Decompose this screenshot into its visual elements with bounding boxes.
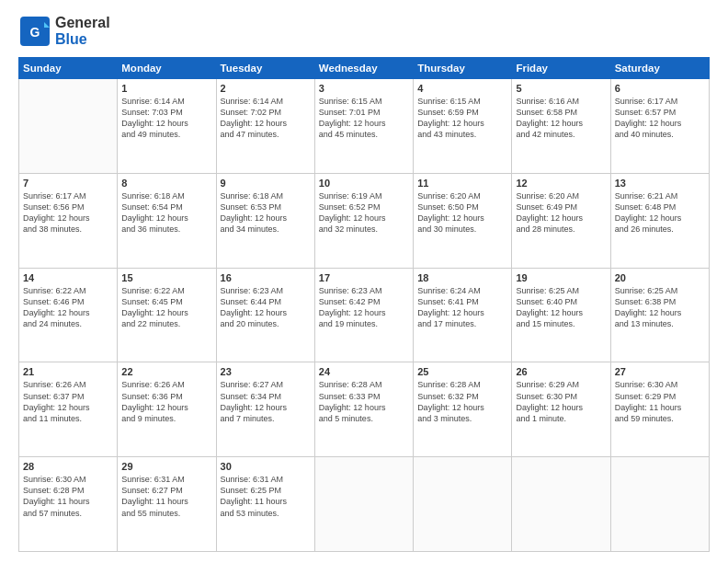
day-number: 3	[319, 83, 409, 94]
day-info: Sunrise: 6:18 AM Sunset: 6:53 PM Dayligh…	[221, 190, 311, 236]
calendar-cell	[314, 457, 413, 552]
day-number: 19	[516, 272, 606, 283]
calendar-cell: 29Sunrise: 6:31 AM Sunset: 6:27 PM Dayli…	[118, 457, 216, 552]
logo-general-text: General	[55, 15, 110, 30]
day-info: Sunrise: 6:15 AM Sunset: 6:59 PM Dayligh…	[417, 96, 507, 141]
calendar-cell: 13Sunrise: 6:21 AM Sunset: 6:48 PM Dayli…	[610, 173, 709, 268]
calendar-header-row: SundayMondayTuesdayWednesdayThursdayFrid…	[19, 58, 710, 79]
day-info: Sunrise: 6:29 AM Sunset: 6:30 PM Dayligh…	[516, 379, 606, 424]
calendar-cell	[414, 457, 512, 552]
day-info: Sunrise: 6:24 AM Sunset: 6:41 PM Dayligh…	[417, 285, 507, 330]
calendar-table: SundayMondayTuesdayWednesdayThursdayFrid…	[18, 57, 710, 552]
day-info: Sunrise: 6:16 AM Sunset: 6:58 PM Dayligh…	[516, 96, 606, 141]
calendar-cell: 1Sunrise: 6:14 AM Sunset: 7:03 PM Daylig…	[118, 79, 216, 174]
calendar-cell: 20Sunrise: 6:25 AM Sunset: 6:38 PM Dayli…	[610, 268, 709, 362]
calendar-cell: 25Sunrise: 6:28 AM Sunset: 6:32 PM Dayli…	[414, 362, 512, 457]
calendar-cell: 21Sunrise: 6:26 AM Sunset: 6:37 PM Dayli…	[19, 362, 118, 457]
calendar-cell: 8Sunrise: 6:18 AM Sunset: 6:54 PM Daylig…	[118, 173, 216, 268]
calendar-cell: 28Sunrise: 6:30 AM Sunset: 6:28 PM Dayli…	[19, 457, 118, 552]
calendar-cell: 6Sunrise: 6:17 AM Sunset: 6:57 PM Daylig…	[610, 79, 709, 174]
logo: G General Blue	[18, 15, 110, 48]
day-number: 12	[516, 178, 606, 189]
day-info: Sunrise: 6:20 AM Sunset: 6:50 PM Dayligh…	[417, 190, 507, 236]
day-info: Sunrise: 6:23 AM Sunset: 6:44 PM Dayligh…	[221, 285, 311, 330]
day-info: Sunrise: 6:15 AM Sunset: 7:01 PM Dayligh…	[319, 96, 409, 141]
day-info: Sunrise: 6:20 AM Sunset: 6:49 PM Dayligh…	[516, 190, 606, 236]
day-number: 15	[121, 272, 211, 283]
calendar-cell: 14Sunrise: 6:22 AM Sunset: 6:46 PM Dayli…	[19, 268, 118, 362]
day-info: Sunrise: 6:31 AM Sunset: 6:27 PM Dayligh…	[121, 474, 211, 519]
day-number: 5	[516, 83, 606, 94]
logo-blue-text: Blue	[55, 31, 87, 47]
day-info: Sunrise: 6:21 AM Sunset: 6:48 PM Dayligh…	[615, 190, 705, 236]
calendar-cell: 4Sunrise: 6:15 AM Sunset: 6:59 PM Daylig…	[414, 79, 512, 174]
calendar-cell	[19, 79, 118, 174]
calendar-cell: 15Sunrise: 6:22 AM Sunset: 6:45 PM Dayli…	[118, 268, 216, 362]
day-number: 26	[516, 366, 606, 377]
day-number: 27	[615, 366, 705, 377]
day-info: Sunrise: 6:28 AM Sunset: 6:32 PM Dayligh…	[417, 379, 507, 424]
day-number: 24	[319, 366, 409, 377]
day-number: 29	[121, 461, 211, 472]
calendar-cell: 24Sunrise: 6:28 AM Sunset: 6:33 PM Dayli…	[314, 362, 413, 457]
calendar-cell: 2Sunrise: 6:14 AM Sunset: 7:02 PM Daylig…	[216, 79, 314, 174]
calendar-cell: 7Sunrise: 6:17 AM Sunset: 6:56 PM Daylig…	[19, 173, 118, 268]
day-info: Sunrise: 6:30 AM Sunset: 6:29 PM Dayligh…	[615, 379, 705, 424]
calendar-week-row: 1Sunrise: 6:14 AM Sunset: 7:03 PM Daylig…	[19, 79, 710, 174]
calendar-cell: 23Sunrise: 6:27 AM Sunset: 6:34 PM Dayli…	[216, 362, 314, 457]
day-number: 21	[23, 366, 113, 377]
day-info: Sunrise: 6:30 AM Sunset: 6:28 PM Dayligh…	[23, 474, 113, 519]
calendar-cell	[610, 457, 709, 552]
svg-text:G: G	[30, 25, 40, 40]
calendar-cell: 30Sunrise: 6:31 AM Sunset: 6:25 PM Dayli…	[216, 457, 314, 552]
day-number: 14	[23, 272, 113, 283]
calendar-cell: 16Sunrise: 6:23 AM Sunset: 6:44 PM Dayli…	[216, 268, 314, 362]
calendar-cell: 3Sunrise: 6:15 AM Sunset: 7:01 PM Daylig…	[314, 79, 413, 174]
day-number: 6	[615, 83, 705, 94]
calendar-cell: 17Sunrise: 6:23 AM Sunset: 6:42 PM Dayli…	[314, 268, 413, 362]
day-number: 1	[121, 83, 211, 94]
calendar-cell: 18Sunrise: 6:24 AM Sunset: 6:41 PM Dayli…	[414, 268, 512, 362]
day-number: 17	[319, 272, 409, 283]
day-number: 25	[417, 366, 507, 377]
calendar-cell: 11Sunrise: 6:20 AM Sunset: 6:50 PM Dayli…	[414, 173, 512, 268]
day-info: Sunrise: 6:31 AM Sunset: 6:25 PM Dayligh…	[221, 474, 311, 519]
header: G General Blue	[18, 15, 710, 48]
calendar-week-row: 14Sunrise: 6:22 AM Sunset: 6:46 PM Dayli…	[19, 268, 710, 362]
day-info: Sunrise: 6:17 AM Sunset: 6:57 PM Dayligh…	[615, 96, 705, 141]
weekday-header: Monday	[118, 58, 216, 79]
day-number: 9	[221, 178, 311, 189]
day-info: Sunrise: 6:25 AM Sunset: 6:40 PM Dayligh…	[516, 285, 606, 330]
weekday-header: Saturday	[610, 58, 709, 79]
calendar-cell: 12Sunrise: 6:20 AM Sunset: 6:49 PM Dayli…	[512, 173, 610, 268]
calendar-cell: 9Sunrise: 6:18 AM Sunset: 6:53 PM Daylig…	[216, 173, 314, 268]
weekday-header: Tuesday	[216, 58, 314, 79]
day-info: Sunrise: 6:26 AM Sunset: 6:37 PM Dayligh…	[23, 379, 113, 424]
weekday-header: Friday	[512, 58, 610, 79]
calendar-cell: 26Sunrise: 6:29 AM Sunset: 6:30 PM Dayli…	[512, 362, 610, 457]
day-number: 22	[121, 366, 211, 377]
day-number: 18	[417, 272, 507, 283]
weekday-header: Sunday	[19, 58, 118, 79]
day-info: Sunrise: 6:18 AM Sunset: 6:54 PM Dayligh…	[121, 190, 211, 236]
day-number: 11	[417, 178, 507, 189]
day-number: 10	[319, 178, 409, 189]
weekday-header: Thursday	[414, 58, 512, 79]
day-info: Sunrise: 6:22 AM Sunset: 6:45 PM Dayligh…	[121, 285, 211, 330]
calendar-cell: 5Sunrise: 6:16 AM Sunset: 6:58 PM Daylig…	[512, 79, 610, 174]
day-number: 13	[615, 178, 705, 189]
weekday-header: Wednesday	[314, 58, 413, 79]
day-info: Sunrise: 6:25 AM Sunset: 6:38 PM Dayligh…	[615, 285, 705, 330]
day-number: 7	[23, 178, 113, 189]
calendar-cell	[512, 457, 610, 552]
day-info: Sunrise: 6:28 AM Sunset: 6:33 PM Dayligh…	[319, 379, 409, 424]
day-number: 30	[221, 461, 311, 472]
day-number: 16	[221, 272, 311, 283]
day-info: Sunrise: 6:26 AM Sunset: 6:36 PM Dayligh…	[121, 379, 211, 424]
calendar-cell: 10Sunrise: 6:19 AM Sunset: 6:52 PM Dayli…	[314, 173, 413, 268]
calendar-week-row: 21Sunrise: 6:26 AM Sunset: 6:37 PM Dayli…	[19, 362, 710, 457]
logo-icon: G	[18, 15, 51, 48]
calendar-week-row: 7Sunrise: 6:17 AM Sunset: 6:56 PM Daylig…	[19, 173, 710, 268]
day-info: Sunrise: 6:14 AM Sunset: 7:02 PM Dayligh…	[221, 96, 311, 141]
day-info: Sunrise: 6:19 AM Sunset: 6:52 PM Dayligh…	[319, 190, 409, 236]
